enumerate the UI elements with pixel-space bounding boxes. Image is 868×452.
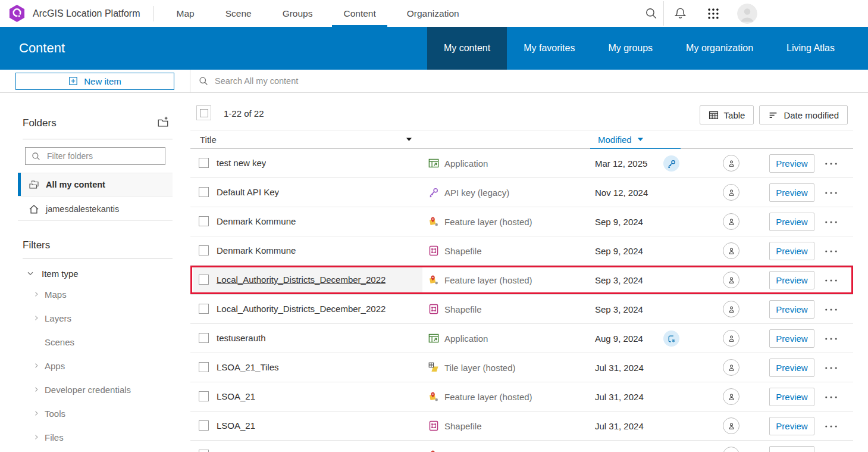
notifications-button[interactable]	[664, 0, 696, 27]
row-checkbox[interactable]	[199, 420, 209, 431]
item-type-label: Shapefile	[444, 421, 482, 431]
filter-item-tools[interactable]: Tools	[0, 401, 190, 425]
item-title-link[interactable]: test new key	[217, 158, 266, 168]
folder-item-jamesdalestekantis[interactable]: jamesdalestekantis	[18, 197, 173, 221]
item-type-label: Shapefile	[444, 246, 482, 256]
modified-column-header[interactable]: Modified	[590, 130, 681, 149]
avatar[interactable]	[737, 4, 757, 24]
row-checkbox[interactable]	[199, 391, 209, 401]
filter-item-label: Developer credentials	[45, 385, 131, 395]
item-title-link[interactable]: Local_Authority_Districts_December_2022	[217, 275, 386, 285]
owner-button[interactable]	[723, 155, 739, 172]
more-options-button[interactable]	[823, 362, 839, 373]
preview-button[interactable]: Preview	[769, 213, 814, 231]
row-checkbox[interactable]	[199, 362, 209, 372]
owner-button[interactable]	[723, 301, 739, 317]
owner-button[interactable]	[723, 417, 739, 434]
more-options-button[interactable]	[823, 158, 839, 169]
more-options-button[interactable]	[823, 450, 839, 452]
filter-item-layers[interactable]: Layers	[0, 306, 190, 330]
row-checkbox[interactable]	[199, 187, 209, 197]
filter-group-item-type[interactable]: Item type	[0, 266, 79, 281]
row-checkbox[interactable]	[199, 216, 209, 226]
item-title-link[interactable]: LSOA_21_Tiles	[217, 362, 279, 372]
app-launcher-button[interactable]	[696, 0, 731, 27]
owner-button[interactable]	[723, 184, 739, 201]
tab-my-favorites[interactable]: My favorites	[507, 27, 591, 70]
preview-button[interactable]: Preview	[769, 388, 814, 406]
preview-button[interactable]: Preview	[769, 300, 814, 319]
folder-label: jamesdalestekantis	[46, 204, 119, 214]
owner-button[interactable]	[723, 330, 739, 347]
preview-button[interactable]: Preview	[769, 242, 814, 260]
tab-my-organization[interactable]: My organization	[669, 27, 770, 70]
row-checkbox[interactable]	[199, 158, 209, 168]
tab-my-groups[interactable]: My groups	[591, 27, 669, 70]
nav-item-groups[interactable]: Groups	[267, 0, 328, 27]
more-options-button[interactable]	[823, 187, 839, 198]
preview-button[interactable]: Preview	[769, 154, 814, 173]
preview-button[interactable]: Preview	[769, 446, 814, 452]
more-options-button[interactable]	[823, 275, 839, 286]
filter-folders-input[interactable]	[46, 151, 165, 161]
search-icon	[199, 76, 208, 86]
top-navigation-bar: ArcGIS Location Platform MapSceneGroupsC…	[0, 0, 868, 27]
row-checkbox[interactable]	[199, 304, 209, 314]
tab-living-atlas[interactable]: Living Atlas	[770, 27, 851, 70]
feature-layer-icon	[428, 391, 439, 402]
new-item-button[interactable]: New item	[15, 73, 174, 90]
filter-item-apps[interactable]: Apps	[0, 354, 190, 378]
more-options-button[interactable]	[823, 245, 839, 257]
more-options-button[interactable]	[823, 216, 839, 227]
feature-layer-icon	[428, 275, 439, 285]
owner-button[interactable]	[723, 272, 739, 288]
search-button[interactable]	[638, 0, 663, 27]
select-all-checkbox[interactable]	[196, 105, 211, 120]
item-title-link[interactable]: Default API Key	[217, 187, 279, 197]
preview-button[interactable]: Preview	[769, 359, 814, 377]
nav-item-scene[interactable]: Scene	[210, 0, 267, 27]
table-view-button[interactable]: Table	[700, 105, 754, 124]
brand-title: ArcGIS Location Platform	[33, 8, 140, 19]
tab-my-content[interactable]: My content	[427, 27, 507, 70]
preview-button[interactable]: Preview	[769, 329, 814, 348]
item-modified-date: Sep 9, 2024	[595, 246, 643, 256]
filter-item-developer-credentials[interactable]: Developer credentials	[0, 378, 190, 401]
row-checkbox[interactable]	[199, 245, 209, 255]
preview-button[interactable]: Preview	[769, 271, 814, 289]
new-folder-button[interactable]	[156, 116, 170, 130]
more-options-button[interactable]	[823, 420, 839, 432]
owner-button[interactable]	[723, 388, 739, 405]
owner-button[interactable]	[723, 242, 739, 259]
nav-item-organization[interactable]: Organization	[391, 0, 475, 27]
more-options-button[interactable]	[823, 304, 839, 315]
preview-button[interactable]: Preview	[769, 417, 814, 435]
item-title-link[interactable]: LSOA_21	[217, 420, 255, 431]
filter-item-maps[interactable]: Maps	[0, 282, 190, 306]
item-title-link[interactable]: Denmark Kommune	[217, 216, 296, 226]
more-options-button[interactable]	[823, 391, 839, 403]
preview-button[interactable]: Preview	[769, 183, 814, 202]
owner-button[interactable]	[723, 447, 739, 452]
sort-button[interactable]: Date modified	[759, 105, 848, 124]
title-column-caret-icon[interactable]	[406, 137, 412, 142]
item-type-label: API key (legacy)	[444, 188, 509, 198]
owner-button[interactable]	[723, 213, 739, 230]
nav-item-content[interactable]: Content	[328, 0, 391, 27]
folder-item-all-my-content[interactable]: All my content	[18, 173, 173, 197]
more-options-button[interactable]	[823, 333, 839, 344]
filter-item-scenes[interactable]: Scenes	[0, 330, 190, 354]
item-title-link[interactable]: LSOA_21	[217, 391, 255, 401]
item-title-link[interactable]: testuserauth	[217, 333, 266, 343]
filter-item-files[interactable]: Files	[0, 425, 190, 449]
topbar-divider	[153, 6, 154, 21]
content-search-input[interactable]	[214, 76, 868, 86]
item-title-link[interactable]: Denmark Kommune	[217, 245, 296, 255]
row-checkbox[interactable]	[199, 450, 209, 452]
nav-item-map[interactable]: Map	[161, 0, 210, 27]
row-checkbox[interactable]	[199, 275, 209, 285]
arcgis-logo-icon[interactable]	[8, 4, 26, 23]
item-title-link[interactable]: Local_Authority_Districts_December_2022	[217, 304, 386, 314]
row-checkbox[interactable]	[199, 333, 209, 343]
owner-button[interactable]	[723, 359, 739, 376]
